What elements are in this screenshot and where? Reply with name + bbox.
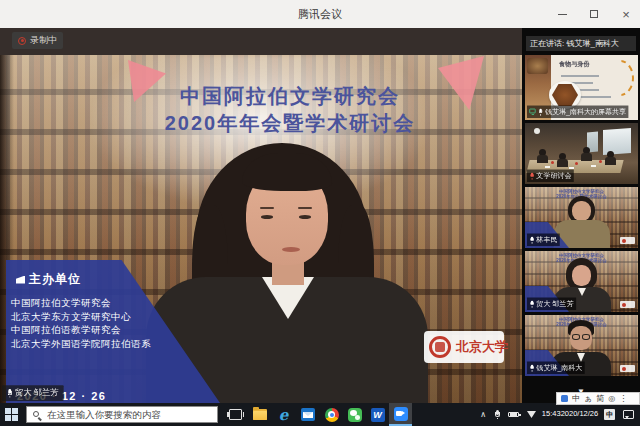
task-view-button[interactable] (228, 407, 243, 422)
university-logo: 北京大学 (424, 331, 504, 363)
maximize-icon (590, 10, 598, 18)
organization: 中国阿拉伯语教学研究会 (11, 323, 151, 337)
participant-label: 钱艾琳_南科大 (527, 362, 585, 374)
window-titlebar[interactable]: 腾讯会议 (0, 0, 640, 28)
minimize-icon (558, 14, 567, 15)
tray-microphone-button[interactable] (494, 410, 500, 419)
mail-button[interactable] (300, 407, 315, 422)
screen-share-icon (529, 109, 535, 115)
chrome-icon (325, 408, 339, 422)
conference-title-line2: 2020年年会暨学术研讨会 (110, 110, 470, 137)
participant-label: 文学研讨会 (527, 170, 574, 182)
host-panel-heading: 主办单位 (16, 271, 81, 288)
thumbnail-screen-share[interactable]: 食物与身份 钱艾琳_南科大的屏幕共享 (525, 55, 638, 120)
active-speaker-banner: 正在讲话: 钱艾琳_南科大 (526, 36, 636, 51)
wall-clock (534, 128, 540, 134)
conference-title-overlay: 中国阿拉伯文学研究会 2020年年会暨学术研讨会 (110, 83, 470, 137)
microphone-icon (529, 236, 534, 243)
host-panel-icon (16, 276, 25, 284)
participant-label: 林丰民 (527, 234, 560, 246)
microphone-icon (494, 410, 500, 419)
participants-sidebar: 正在讲话: 钱艾琳_南科大 食物与身份 钱艾琳_南科大的屏幕共享 (522, 28, 640, 403)
word-button[interactable] (370, 407, 385, 422)
record-dot-icon (18, 37, 26, 45)
microphone-icon (7, 389, 13, 397)
word-icon (371, 408, 385, 422)
folder-icon (253, 409, 267, 420)
action-center-icon (623, 410, 634, 419)
tray-time: 15:43 (542, 410, 561, 419)
tray-date: 2020/12/26 (561, 410, 599, 419)
battery-indicator[interactable] (508, 412, 519, 418)
main-video[interactable]: 中国阿拉伯文学研究会 2020年年会暨学术研讨会 (0, 55, 522, 403)
thumbnail-active-speaker[interactable]: 中国阿拉伯文学研究会 2020年年会暨学术研讨会 钱艾琳_南科大 (525, 315, 638, 376)
thumbnail-participant[interactable]: 中国阿拉伯文学研究会 2020年年会暨学术研讨会 贸大 邹兰芳 (525, 251, 638, 312)
taskbar-search-box[interactable] (26, 406, 218, 423)
wechat-button[interactable] (347, 407, 362, 422)
ime-indicator[interactable]: 中 (604, 409, 615, 420)
close-button[interactable] (618, 6, 634, 22)
task-view-icon (229, 409, 242, 420)
slide-title: 食物与身份 (559, 60, 590, 69)
battery-icon (508, 412, 519, 418)
glasses-icon (572, 334, 580, 340)
app-window: 腾讯会议 录制中 中国阿拉伯文学研究会 2020年年会暨学术研讨会 (0, 0, 640, 426)
thumbnail-participant[interactable]: 中国阿拉伯文学研究会 2020年年会暨学术研讨会 林丰民 (525, 187, 638, 248)
microphone-icon (529, 300, 534, 307)
host-organizations: 中国阿拉伯文学研究会 北京大学东方文学研究中心 中国阿拉伯语教学研究会 北京大学… (11, 296, 151, 350)
participant-label: 贸大 邹兰芳 (527, 298, 576, 310)
main-speaker-badge: 贸大 邹兰芳 (2, 385, 63, 401)
action-center-button[interactable] (623, 410, 636, 419)
organization: 北京大学东方文学研究中心 (11, 310, 151, 324)
maximize-button[interactable] (586, 6, 602, 22)
mail-icon (301, 408, 315, 421)
microphone-icon (538, 108, 543, 115)
tray-expand-chevron-icon[interactable] (480, 410, 486, 419)
start-button[interactable] (5, 408, 19, 421)
taskbar-clock[interactable]: 15:43 2020/12/26 (544, 410, 596, 419)
minimize-button[interactable] (554, 6, 570, 22)
recording-indicator[interactable]: 录制中 (12, 32, 63, 49)
meeting-stage: 录制中 中国阿拉伯文学研究会 2020年年会暨学术研讨会 (0, 28, 522, 403)
search-icon (32, 410, 42, 420)
window-controls (554, 0, 634, 28)
organization: 中国阿拉伯文学研究会 (11, 296, 151, 310)
recording-label: 录制中 (30, 34, 57, 47)
muted-microphone-icon (529, 172, 534, 179)
search-input[interactable] (47, 409, 212, 420)
main-speaker-name: 贸大 邹兰芳 (15, 387, 59, 399)
ime-more-icon[interactable]: ⋮ (619, 395, 627, 403)
chrome-button[interactable] (324, 407, 339, 422)
ime-toolbar[interactable]: 中 ぁ 简 ◎ ⋮ (556, 392, 640, 405)
system-tray: 15:43 2020/12/26 中 (476, 403, 640, 426)
thumbnail-meeting-room[interactable]: 文学研讨会 (525, 123, 638, 184)
university-name: 北京大学 (456, 338, 508, 356)
ime-simplified-toggle[interactable]: 简 (596, 395, 604, 403)
university-seal-icon (429, 336, 451, 358)
tencent-meeting-icon (394, 407, 408, 421)
ime-mode-toggle[interactable]: 中 (572, 395, 580, 403)
file-explorer-button[interactable] (252, 407, 267, 422)
ime-language-icon: 中 (604, 409, 615, 420)
participant-label: 钱艾琳_南科大的屏幕共享 (527, 106, 628, 118)
network-indicator[interactable] (527, 411, 536, 418)
ime-logo-icon (561, 395, 568, 402)
internet-explorer-button[interactable] (276, 407, 291, 422)
conference-title-line1: 中国阿拉伯文学研究会 (110, 83, 470, 110)
tencent-meeting-button[interactable] (389, 403, 412, 426)
microphone-icon (529, 364, 534, 371)
ime-settings-icon[interactable]: ◎ (608, 395, 615, 403)
window-title: 腾讯会议 (298, 7, 342, 22)
organization: 北京大学外国语学院阿拉伯语系 (11, 337, 151, 351)
windows-taskbar: 15:43 2020/12/26 中 (0, 403, 640, 426)
wechat-icon (348, 408, 362, 422)
network-icon (527, 411, 536, 418)
ime-kana-toggle[interactable]: ぁ (584, 395, 592, 403)
